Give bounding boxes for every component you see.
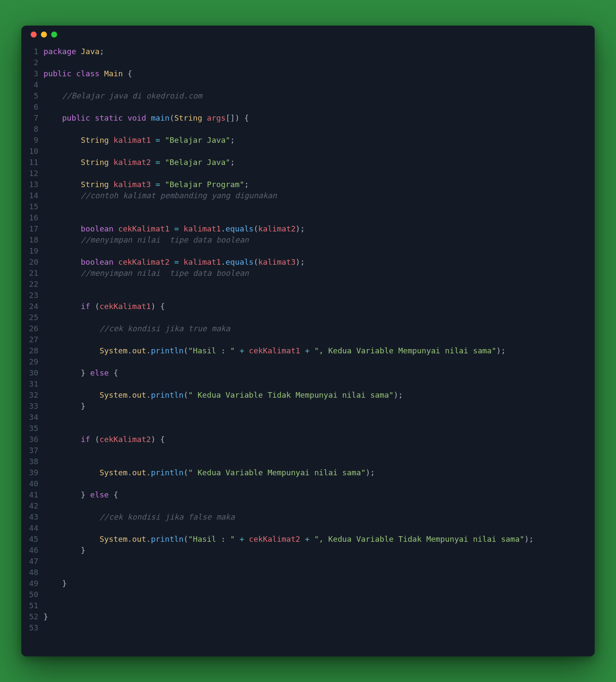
code-line: 15 xyxy=(21,201,595,212)
code-line: 45 System.out.println("Hasil : " + cekKa… xyxy=(21,534,595,545)
line-number: 51 xyxy=(21,600,43,611)
code-line: 26 //cek kondisi jika true maka xyxy=(21,323,595,334)
code-line: 40 xyxy=(21,478,595,489)
code-content: if (cekKalimat2) { xyxy=(43,434,165,445)
code-line: 4 xyxy=(21,79,595,90)
line-number: 22 xyxy=(21,279,43,290)
code-content: } xyxy=(43,401,86,412)
code-line: 46 } xyxy=(21,545,595,556)
code-line: 24 if (cekKalimat1) { xyxy=(21,301,595,312)
code-line: 21 //menyimpan nilai tipe data boolean xyxy=(21,268,595,279)
line-number: 26 xyxy=(21,323,43,334)
code-line: 1package Java; xyxy=(21,46,595,57)
zoom-icon[interactable] xyxy=(51,32,57,38)
code-line: 3public class Main { xyxy=(21,68,595,79)
line-number: 41 xyxy=(21,489,43,500)
line-number: 4 xyxy=(21,79,43,90)
code-content: public static void main(String args[]) { xyxy=(43,113,249,124)
line-number: 24 xyxy=(21,301,43,312)
code-line: 17 boolean cekKalimat1 = kalimat1.equals… xyxy=(21,223,595,234)
line-number: 7 xyxy=(21,113,43,124)
close-icon[interactable] xyxy=(31,32,37,38)
line-number: 6 xyxy=(21,101,43,113)
code-content: System.out.println("Hasil : " + cekKalim… xyxy=(43,534,534,545)
line-number: 39 xyxy=(21,467,43,478)
code-line: 22 xyxy=(21,279,595,290)
line-number: 19 xyxy=(21,246,43,257)
code-line: 34 xyxy=(21,412,595,423)
code-line: 30 } else { xyxy=(21,367,595,379)
code-window: 1package Java;23public class Main {45 //… xyxy=(21,26,595,656)
code-content: String kalimat2 = "Belajar Java"; xyxy=(43,157,235,168)
line-number: 20 xyxy=(21,257,43,268)
code-line: 50 xyxy=(21,589,595,600)
line-number: 37 xyxy=(21,445,43,456)
line-number: 8 xyxy=(21,124,43,135)
line-number: 2 xyxy=(21,57,43,68)
line-number: 40 xyxy=(21,478,43,489)
code-line: 28 System.out.println("Hasil : " + cekKa… xyxy=(21,345,595,356)
line-number: 53 xyxy=(21,622,43,633)
minimize-icon[interactable] xyxy=(41,32,47,38)
code-line: 2 xyxy=(21,57,595,68)
code-content: //cek kondisi jika true maka xyxy=(43,323,230,334)
code-content: } xyxy=(43,578,67,589)
line-number: 47 xyxy=(21,556,43,567)
line-number: 50 xyxy=(21,589,43,600)
code-line: 16 xyxy=(21,212,595,223)
line-number: 34 xyxy=(21,412,43,423)
code-line: 44 xyxy=(21,523,595,534)
code-line: 13 String kalimat3 = "Belajar Program"; xyxy=(21,179,595,190)
code-line: 11 String kalimat2 = "Belajar Java"; xyxy=(21,157,595,168)
line-number: 52 xyxy=(21,611,43,622)
code-line: 5 //Belajar java di okedroid.com xyxy=(21,90,595,101)
line-number: 23 xyxy=(21,290,43,301)
line-number: 30 xyxy=(21,367,43,379)
code-line: 25 xyxy=(21,312,595,323)
window-titlebar xyxy=(21,26,595,43)
line-number: 18 xyxy=(21,234,43,246)
code-content: //menyimpan nilai tipe data boolean xyxy=(43,268,249,279)
code-content: //cek kondisi jika false maka xyxy=(43,512,235,523)
line-number: 45 xyxy=(21,534,43,545)
code-line: 37 xyxy=(21,445,595,456)
line-number: 16 xyxy=(21,212,43,223)
code-content: } else { xyxy=(43,489,118,500)
code-line: 39 System.out.println(" Kedua Variable M… xyxy=(21,467,595,478)
line-number: 10 xyxy=(21,146,43,157)
code-editor[interactable]: 1package Java;23public class Main {45 //… xyxy=(21,43,595,646)
line-number: 38 xyxy=(21,456,43,467)
code-line: 51 xyxy=(21,600,595,611)
line-number: 28 xyxy=(21,345,43,356)
code-line: 47 xyxy=(21,556,595,567)
line-number: 5 xyxy=(21,90,43,101)
code-content: if (cekKalimat1) { xyxy=(43,301,165,312)
code-content: } xyxy=(43,611,48,622)
line-number: 32 xyxy=(21,390,43,401)
code-line: 20 boolean cekKalimat2 = kalimat1.equals… xyxy=(21,257,595,268)
line-number: 17 xyxy=(21,223,43,234)
code-line: 10 xyxy=(21,146,595,157)
code-content: package Java; xyxy=(43,46,104,57)
line-number: 29 xyxy=(21,356,43,367)
code-line: 35 xyxy=(21,423,595,434)
code-content: String kalimat1 = "Belajar Java"; xyxy=(43,135,235,146)
code-line: 38 xyxy=(21,456,595,467)
code-line: 33 } xyxy=(21,401,595,412)
line-number: 21 xyxy=(21,268,43,279)
code-line: 6 xyxy=(21,101,595,113)
line-number: 33 xyxy=(21,401,43,412)
line-number: 13 xyxy=(21,179,43,190)
code-line: 53 xyxy=(21,622,595,633)
code-line: 32 System.out.println(" Kedua Variable T… xyxy=(21,390,595,401)
code-content: boolean cekKalimat1 = kalimat1.equals(ka… xyxy=(43,223,305,234)
code-line: 18 //menyimpan nilai tipe data boolean xyxy=(21,234,595,246)
code-line: 49 } xyxy=(21,578,595,589)
code-line: 9 String kalimat1 = "Belajar Java"; xyxy=(21,135,595,146)
code-content: } xyxy=(43,545,86,556)
code-content: boolean cekKalimat2 = kalimat1.equals(ka… xyxy=(43,257,305,268)
code-line: 27 xyxy=(21,334,595,345)
code-line: 29 xyxy=(21,356,595,367)
line-number: 1 xyxy=(21,46,43,57)
code-line: 48 xyxy=(21,567,595,578)
